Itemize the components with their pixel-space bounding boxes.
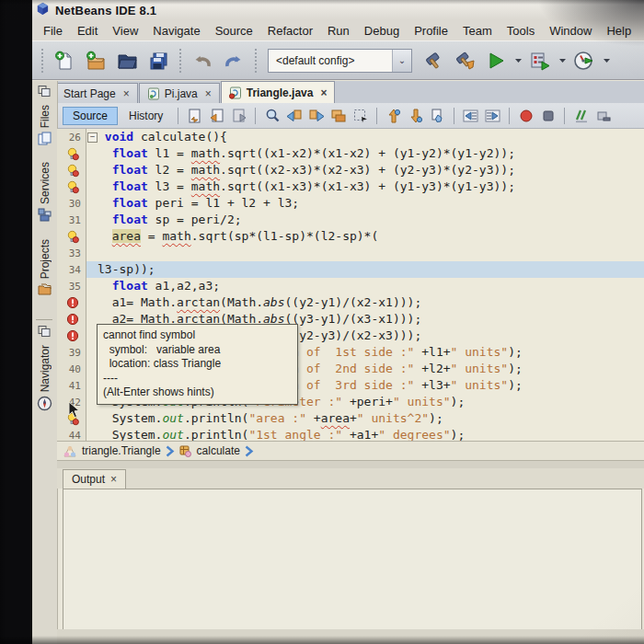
undo-button[interactable] (189, 47, 216, 75)
find-next-button[interactable] (306, 106, 326, 125)
comment-button[interactable] (571, 106, 591, 125)
profile-project-dropdown[interactable] (603, 56, 611, 64)
error-badge-icon[interactable] (66, 329, 79, 342)
sidebar-item-files[interactable]: Files (32, 105, 57, 146)
last-edit-button[interactable] (185, 106, 204, 125)
config-select[interactable]: <default config>⌄ (268, 49, 412, 73)
document-tab-row: Start Page×Pi.java×Triangle.java× (32, 81, 644, 103)
gutter-row: 26 (57, 129, 86, 145)
tab-pi-java[interactable]: Pi.java× (139, 83, 220, 103)
comment-icon (573, 108, 590, 124)
toggle-bookmark-icon (430, 108, 446, 124)
start-macro-recording-button[interactable] (516, 106, 535, 125)
stop-macro-recording-button[interactable] (538, 106, 558, 125)
build-project-button[interactable] (420, 47, 447, 75)
sidebar-item-label: Navigator (39, 345, 52, 392)
menu-item-profile[interactable]: Profile (407, 22, 455, 40)
rectangular-selection-button[interactable] (351, 106, 370, 125)
new-project-button[interactable] (82, 47, 109, 75)
toggle-bookmark-button[interactable] (428, 106, 447, 125)
menu-item-tools[interactable]: Tools (500, 22, 542, 40)
toggle-highlight-button[interactable] (328, 106, 348, 125)
close-icon[interactable]: × (110, 473, 117, 486)
save-all-button[interactable] (144, 47, 172, 75)
code-fold-icon[interactable]: − (87, 132, 98, 143)
find-selection-button[interactable] (262, 106, 282, 125)
menu-item-debug[interactable]: Debug (357, 22, 407, 40)
error-hint-bulb-icon[interactable] (66, 164, 79, 178)
menu-item-window[interactable]: Window (542, 22, 599, 40)
open-project-button[interactable] (113, 47, 141, 75)
config-dropdown-button[interactable]: ⌄ (392, 50, 411, 72)
menu-item-run[interactable]: Run (320, 22, 357, 40)
forward-button[interactable] (229, 106, 248, 125)
code-editor[interactable]: 2630313334353940414244 − void calculate(… (57, 129, 644, 441)
toolbar-separator (178, 108, 178, 124)
source-view-button[interactable]: Source (63, 107, 118, 125)
tab-triangle-java[interactable]: Triangle.java× (221, 81, 336, 103)
toolbar-separator (255, 108, 256, 124)
menu-item-team[interactable]: Team (455, 22, 500, 40)
sidebar-item-projects[interactable]: Projects (32, 239, 57, 297)
sidebar-item-services[interactable]: Services (32, 162, 57, 223)
breadcrumb-item-calculate[interactable]: calculate (178, 444, 240, 458)
toolbar-grip (254, 49, 258, 73)
dock-windows-icon[interactable] (38, 325, 51, 341)
sidebar-item-label: Services (39, 162, 52, 204)
previous-bookmark-button[interactable] (384, 106, 403, 125)
back-button[interactable] (207, 106, 226, 125)
error-badge-icon[interactable] (66, 313, 79, 326)
navigator-icon (37, 396, 52, 411)
previous-bookmark-icon (385, 108, 402, 124)
menu-item-navigate[interactable]: Navigate (145, 22, 207, 40)
error-hint-bulb-icon[interactable] (66, 147, 79, 161)
shift-line-left-button[interactable] (461, 106, 480, 125)
code-line-33 (86, 245, 644, 261)
gutter-row: 30 (57, 195, 86, 212)
redo-button[interactable] (220, 47, 247, 75)
close-icon[interactable]: × (123, 87, 130, 100)
breadcrumb-label: triangle.Triangle (82, 444, 161, 457)
debug-project-dropdown[interactable] (558, 56, 567, 64)
next-bookmark-button[interactable] (406, 106, 425, 125)
new-file-button[interactable] (51, 47, 78, 75)
line-number: 30 (69, 198, 86, 210)
gutter-row: 40 (57, 361, 86, 377)
debug-project-button[interactable] (526, 47, 554, 75)
menu-item-edit[interactable]: Edit (70, 22, 105, 40)
clean-build-project-button[interactable] (451, 47, 478, 75)
menu-item-refactor[interactable]: Refactor (260, 22, 320, 40)
code-line-28: float l2 = math.sqrt((x2-x3)*(x2-x3) + (… (86, 162, 644, 178)
error-hint-bulb-icon[interactable] (66, 180, 79, 194)
java-file-error-icon (229, 86, 242, 99)
sidebar-item-navigator[interactable]: Navigator (32, 345, 57, 410)
error-tooltip: cannot find symbol symbol: variable area… (97, 324, 298, 405)
forward-icon (231, 108, 247, 124)
menu-item-file[interactable]: File (36, 22, 70, 40)
error-hint-bulb-icon[interactable] (66, 230, 79, 244)
breadcrumb-item-triangle-triangle[interactable]: triangle.Triangle (63, 444, 161, 458)
uncomment-button[interactable] (593, 106, 613, 125)
dock-windows-icon[interactable] (38, 85, 51, 101)
run-project-dropdown[interactable] (514, 56, 523, 64)
stop-macro-recording-icon (540, 108, 557, 124)
menu-item-source[interactable]: Source (208, 22, 260, 40)
splitter[interactable] (57, 461, 644, 468)
shift-line-right-button[interactable] (483, 106, 502, 125)
shift-line-right-icon (484, 108, 501, 124)
menu-item-help[interactable]: Help (599, 22, 638, 40)
tab-output[interactable]: Output × (63, 469, 126, 489)
profile-project-button[interactable] (570, 47, 598, 75)
code-line-36: a1= Math.arctan(Math.abs((y2-y1)/(x2-x1)… (86, 294, 644, 311)
menu-item-view[interactable]: View (105, 22, 145, 40)
close-icon[interactable]: × (205, 87, 212, 100)
history-view-button[interactable]: History (121, 108, 171, 124)
run-project-button[interactable] (482, 47, 510, 75)
close-icon[interactable]: × (320, 86, 327, 99)
find-previous-button[interactable] (284, 106, 304, 125)
error-badge-icon[interactable] (66, 296, 79, 309)
tab-start-page[interactable]: Start Page× (55, 83, 138, 103)
left-dock-strip: FilesServicesProjectsNavigator (32, 81, 58, 644)
code-line-32: area = math.sqrt(sp*(l1-sp)*(l2-sp)*( (86, 228, 644, 245)
run-project-icon (486, 51, 506, 71)
